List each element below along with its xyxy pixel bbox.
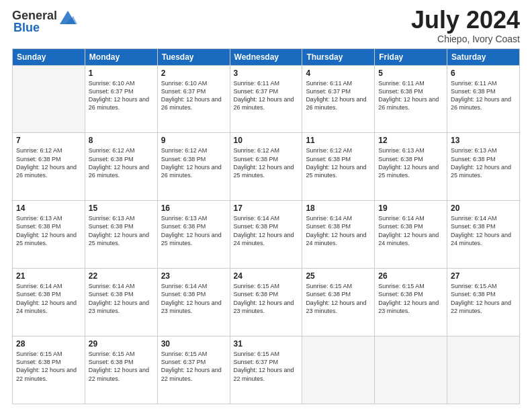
day-number: 16 — [161, 203, 226, 213]
calendar-cell: 24Sunrise: 6:15 AMSunset: 6:38 PMDayligh… — [230, 269, 302, 336]
day-info: Sunrise: 6:14 AMSunset: 6:38 PMDaylight:… — [234, 214, 299, 247]
calendar-cell: 29Sunrise: 6:15 AMSunset: 6:38 PMDayligh… — [85, 336, 157, 404]
day-number: 26 — [378, 271, 443, 281]
day-header-thursday: Thursday — [302, 48, 375, 65]
day-info: Sunrise: 6:13 AMSunset: 6:38 PMDaylight:… — [451, 146, 516, 179]
day-number: 6 — [451, 68, 516, 78]
day-info: Sunrise: 6:12 AMSunset: 6:38 PMDaylight:… — [234, 146, 299, 179]
calendar-cell: 26Sunrise: 6:15 AMSunset: 6:38 PMDayligh… — [375, 269, 447, 336]
day-number: 13 — [451, 136, 516, 145]
calendar-cell: 3Sunrise: 6:11 AMSunset: 6:37 PMDaylight… — [230, 65, 302, 133]
day-info: Sunrise: 6:10 AMSunset: 6:37 PMDaylight:… — [161, 79, 226, 112]
calendar-cell: 14Sunrise: 6:13 AMSunset: 6:38 PMDayligh… — [13, 201, 85, 269]
calendar-cell: 27Sunrise: 6:15 AMSunset: 6:38 PMDayligh… — [447, 269, 520, 336]
day-header-friday: Friday — [375, 48, 447, 65]
header: General Blue July 2024 Chiepo, Ivory Coa… — [12, 7, 520, 44]
title-month: July 2024 — [411, 7, 520, 34]
page: General Blue July 2024 Chiepo, Ivory Coa… — [0, 0, 532, 411]
day-number: 8 — [89, 136, 154, 145]
day-number: 21 — [16, 271, 81, 281]
day-number: 23 — [161, 271, 226, 281]
day-number: 27 — [451, 271, 516, 281]
calendar-cell: 30Sunrise: 6:15 AMSunset: 6:37 PMDayligh… — [157, 336, 230, 404]
calendar-cell: 22Sunrise: 6:14 AMSunset: 6:38 PMDayligh… — [85, 269, 157, 336]
day-info: Sunrise: 6:14 AMSunset: 6:38 PMDaylight:… — [16, 282, 81, 315]
day-number: 9 — [161, 136, 226, 145]
calendar-cell: 9Sunrise: 6:12 AMSunset: 6:38 PMDaylight… — [157, 133, 230, 201]
day-number: 4 — [306, 68, 371, 78]
day-number: 31 — [234, 339, 299, 349]
day-header-saturday: Saturday — [447, 48, 520, 65]
week-row-1: 1Sunrise: 6:10 AMSunset: 6:37 PMDaylight… — [13, 65, 520, 133]
day-info: Sunrise: 6:10 AMSunset: 6:37 PMDaylight:… — [89, 79, 154, 112]
week-row-3: 14Sunrise: 6:13 AMSunset: 6:38 PMDayligh… — [13, 201, 520, 269]
day-number: 28 — [16, 339, 81, 349]
week-row-5: 28Sunrise: 6:15 AMSunset: 6:38 PMDayligh… — [13, 336, 520, 404]
day-header-tuesday: Tuesday — [157, 48, 230, 65]
calendar-cell: 12Sunrise: 6:13 AMSunset: 6:38 PMDayligh… — [375, 133, 447, 201]
calendar-cell: 2Sunrise: 6:10 AMSunset: 6:37 PMDaylight… — [157, 65, 230, 133]
day-info: Sunrise: 6:13 AMSunset: 6:38 PMDaylight:… — [161, 214, 226, 247]
logo-icon — [58, 7, 77, 26]
day-number: 29 — [89, 339, 154, 349]
calendar-cell: 31Sunrise: 6:15 AMSunset: 6:37 PMDayligh… — [230, 336, 302, 404]
day-info: Sunrise: 6:14 AMSunset: 6:38 PMDaylight:… — [161, 282, 226, 315]
calendar-cell — [302, 336, 375, 404]
day-info: Sunrise: 6:15 AMSunset: 6:38 PMDaylight:… — [89, 350, 154, 383]
day-info: Sunrise: 6:15 AMSunset: 6:37 PMDaylight:… — [234, 350, 299, 383]
calendar-cell: 25Sunrise: 6:15 AMSunset: 6:38 PMDayligh… — [302, 269, 375, 336]
calendar-cell: 17Sunrise: 6:14 AMSunset: 6:38 PMDayligh… — [230, 201, 302, 269]
day-number: 24 — [234, 271, 299, 281]
day-info: Sunrise: 6:14 AMSunset: 6:38 PMDaylight:… — [451, 214, 516, 247]
calendar-cell: 10Sunrise: 6:12 AMSunset: 6:38 PMDayligh… — [230, 133, 302, 201]
day-info: Sunrise: 6:12 AMSunset: 6:38 PMDaylight:… — [16, 146, 81, 179]
day-info: Sunrise: 6:14 AMSunset: 6:38 PMDaylight:… — [89, 282, 154, 315]
calendar-table: SundayMondayTuesdayWednesdayThursdayFrid… — [12, 48, 520, 404]
day-info: Sunrise: 6:15 AMSunset: 6:38 PMDaylight:… — [234, 282, 299, 315]
calendar-cell: 28Sunrise: 6:15 AMSunset: 6:38 PMDayligh… — [13, 336, 85, 404]
day-info: Sunrise: 6:15 AMSunset: 6:38 PMDaylight:… — [306, 282, 371, 315]
day-info: Sunrise: 6:11 AMSunset: 6:37 PMDaylight:… — [306, 79, 371, 112]
day-info: Sunrise: 6:15 AMSunset: 6:38 PMDaylight:… — [16, 350, 81, 383]
day-info: Sunrise: 6:13 AMSunset: 6:38 PMDaylight:… — [378, 146, 443, 179]
day-number: 1 — [89, 68, 154, 78]
logo: General Blue — [12, 7, 77, 35]
calendar-cell: 20Sunrise: 6:14 AMSunset: 6:38 PMDayligh… — [447, 201, 520, 269]
day-info: Sunrise: 6:13 AMSunset: 6:38 PMDaylight:… — [16, 214, 81, 247]
week-row-4: 21Sunrise: 6:14 AMSunset: 6:38 PMDayligh… — [13, 269, 520, 336]
calendar-cell: 11Sunrise: 6:12 AMSunset: 6:38 PMDayligh… — [302, 133, 375, 201]
day-number: 10 — [234, 136, 299, 145]
calendar-cell — [13, 65, 85, 133]
day-info: Sunrise: 6:15 AMSunset: 6:38 PMDaylight:… — [378, 282, 443, 315]
calendar-cell: 18Sunrise: 6:14 AMSunset: 6:38 PMDayligh… — [302, 201, 375, 269]
day-number: 5 — [378, 68, 443, 78]
day-number: 11 — [306, 136, 371, 145]
day-number: 7 — [16, 136, 81, 145]
day-headers-row: SundayMondayTuesdayWednesdayThursdayFrid… — [13, 48, 520, 65]
title-location: Chiepo, Ivory Coast — [411, 34, 520, 44]
day-header-monday: Monday — [85, 48, 157, 65]
day-info: Sunrise: 6:11 AMSunset: 6:38 PMDaylight:… — [451, 79, 516, 112]
calendar-cell: 8Sunrise: 6:12 AMSunset: 6:38 PMDaylight… — [85, 133, 157, 201]
day-info: Sunrise: 6:12 AMSunset: 6:38 PMDaylight:… — [89, 146, 154, 179]
title-block: July 2024 Chiepo, Ivory Coast — [411, 7, 520, 44]
day-number: 3 — [234, 68, 299, 78]
day-info: Sunrise: 6:15 AMSunset: 6:38 PMDaylight:… — [451, 282, 516, 315]
day-number: 12 — [378, 136, 443, 145]
day-number: 19 — [378, 203, 443, 213]
calendar-cell: 19Sunrise: 6:14 AMSunset: 6:38 PMDayligh… — [375, 201, 447, 269]
day-header-sunday: Sunday — [13, 48, 85, 65]
logo-blue-text: Blue — [13, 21, 40, 35]
day-number: 20 — [451, 203, 516, 213]
calendar-cell: 23Sunrise: 6:14 AMSunset: 6:38 PMDayligh… — [157, 269, 230, 336]
day-number: 18 — [306, 203, 371, 213]
day-number: 15 — [89, 203, 154, 213]
day-number: 22 — [89, 271, 154, 281]
calendar-cell: 21Sunrise: 6:14 AMSunset: 6:38 PMDayligh… — [13, 269, 85, 336]
day-number: 17 — [234, 203, 299, 213]
day-number: 25 — [306, 271, 371, 281]
day-info: Sunrise: 6:11 AMSunset: 6:38 PMDaylight:… — [378, 79, 443, 112]
day-info: Sunrise: 6:13 AMSunset: 6:38 PMDaylight:… — [89, 214, 154, 247]
week-row-2: 7Sunrise: 6:12 AMSunset: 6:38 PMDaylight… — [13, 133, 520, 201]
day-number: 2 — [161, 68, 226, 78]
